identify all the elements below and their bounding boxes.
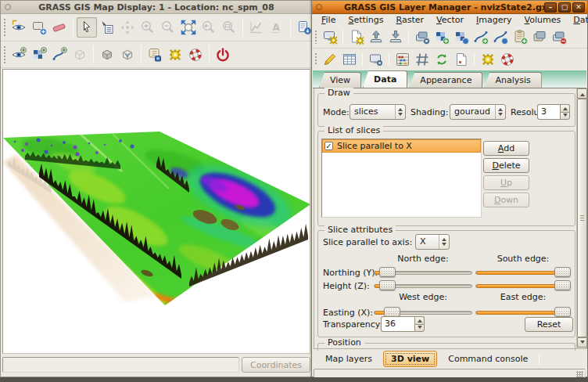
fringe-icon[interactable] xyxy=(117,45,138,65)
settings-icon[interactable] xyxy=(478,50,497,69)
zoom-out-icon xyxy=(158,17,178,38)
script-icon[interactable] xyxy=(451,50,471,69)
help-icon[interactable] xyxy=(497,50,517,69)
map-display-icon[interactable] xyxy=(366,50,385,69)
slider-handle[interactable] xyxy=(554,280,571,290)
transparency-spin[interactable]: 36 xyxy=(381,316,425,332)
close-button[interactable]: ✕ xyxy=(572,2,585,13)
slice-list-item[interactable]: ✓Slice parallel to X xyxy=(322,139,481,153)
scroll-down-icon[interactable] xyxy=(577,337,587,348)
panel-scrollbar[interactable] xyxy=(576,88,586,348)
bottom-tab-map-layers[interactable]: Map layers xyxy=(317,351,380,367)
toolbar-separator xyxy=(290,18,291,37)
mode-combo[interactable]: slices xyxy=(350,104,406,120)
slice-item-label: Slice parallel to X xyxy=(337,141,412,151)
toolbar-grip[interactable] xyxy=(3,18,7,37)
item-checkbox[interactable]: ✓ xyxy=(324,142,333,150)
scrollbar-thumb[interactable] xyxy=(577,99,587,337)
surface-icon[interactable] xyxy=(29,45,49,65)
minimize-button[interactable]: – xyxy=(544,2,557,13)
georectifier-icon[interactable] xyxy=(412,50,432,69)
mode-value: slices xyxy=(350,105,395,119)
start-display-icon[interactable] xyxy=(320,27,339,46)
menu-database[interactable]: Database xyxy=(567,15,588,25)
add-multiple-layers-icon[interactable] xyxy=(412,27,432,46)
spin-buttons[interactable] xyxy=(560,104,570,120)
map-3d-canvas[interactable] xyxy=(2,69,310,354)
statusbar-entry[interactable] xyxy=(2,357,239,373)
remove-layer-icon[interactable] xyxy=(549,27,568,46)
add-raster-misc-icon[interactable] xyxy=(451,27,471,46)
scroll-up-icon[interactable] xyxy=(577,88,587,99)
open-workspace-icon[interactable] xyxy=(366,27,385,46)
nviz-script-icon[interactable] xyxy=(145,45,165,65)
shading-label: Shading: xyxy=(411,107,448,117)
map-display-titlebar[interactable]: GRASS GIS Map Display: 1 - Location: nc_… xyxy=(1,1,312,14)
toolbar-grip[interactable] xyxy=(3,45,7,63)
slider-row-label: Northing (Y): xyxy=(323,268,378,278)
bottom-tab-3d-view[interactable]: 3D view xyxy=(383,351,437,367)
add-button[interactable]: Add xyxy=(483,141,529,156)
edit-vector-icon[interactable] xyxy=(320,50,339,69)
nviz-help-icon[interactable] xyxy=(185,45,206,65)
add-raster-icon[interactable] xyxy=(432,27,451,46)
menu-imagery[interactable]: Imagery xyxy=(470,15,518,25)
toolbar-grip[interactable] xyxy=(314,30,318,44)
transparency-value[interactable]: 36 xyxy=(381,316,414,332)
show-display-icon[interactable] xyxy=(9,17,29,38)
slider-handle[interactable] xyxy=(379,280,396,290)
menu-settings[interactable]: Settings xyxy=(342,15,389,25)
quit-3d-icon[interactable] xyxy=(213,45,233,65)
pointer-icon[interactable] xyxy=(77,17,97,38)
coordinates-combo[interactable]: Coordinates xyxy=(242,357,310,373)
menu-raster[interactable]: Raster xyxy=(390,15,430,25)
tab-view[interactable]: View xyxy=(319,72,361,88)
attribute-table-icon[interactable] xyxy=(339,50,359,69)
height-second-slider[interactable] xyxy=(475,279,571,293)
vector-icon[interactable] xyxy=(49,45,70,65)
save-workspace-icon[interactable] xyxy=(385,27,405,46)
zoom-extent-icon[interactable] xyxy=(178,17,199,38)
graphical-modeler-icon[interactable] xyxy=(432,50,451,69)
northing-second-slider[interactable] xyxy=(475,266,571,279)
map-display-title: GRASS GIS Map Display: 1 - Location: nc_… xyxy=(38,2,274,13)
slices-listbox[interactable]: ✓Slice parallel to X xyxy=(321,139,482,218)
view-rotate-icon[interactable] xyxy=(9,45,29,65)
new-workspace-icon[interactable] xyxy=(346,27,366,46)
render-map-icon[interactable] xyxy=(29,17,49,38)
tab-analysis[interactable]: Analysis xyxy=(484,72,541,88)
height-first-slider[interactable] xyxy=(374,279,472,293)
window-menu-icon[interactable] xyxy=(5,4,11,10)
reset-button[interactable]: Reset xyxy=(525,317,573,332)
raster-calculator-icon[interactable] xyxy=(393,50,412,69)
northing-first-slider[interactable] xyxy=(374,266,472,279)
add-vector-misc-icon[interactable] xyxy=(490,27,510,46)
menu-file[interactable]: File xyxy=(315,15,342,25)
resolution-value[interactable]: 3 xyxy=(537,104,560,120)
tab-data[interactable]: Data xyxy=(363,70,407,88)
add-group-icon[interactable] xyxy=(510,27,529,46)
layer-manager-titlebar[interactable]: GRASS GIS Layer Manager - nvizState2.gxw… xyxy=(312,1,587,14)
menu-vector[interactable]: Vector xyxy=(430,15,470,25)
resolution-spin[interactable]: 3 xyxy=(537,104,570,120)
axis-combo[interactable]: X xyxy=(415,234,450,250)
shading-combo[interactable]: gouraud xyxy=(450,104,506,120)
tab-appearance[interactable]: Appearance xyxy=(409,72,482,88)
add-overlay-icon[interactable] xyxy=(529,27,549,46)
maximize-button[interactable]: ▢ xyxy=(558,2,571,13)
delete-button[interactable]: Delete xyxy=(483,158,529,173)
window-menu-icon[interactable] xyxy=(316,4,322,10)
menu-volumes[interactable]: Volumes xyxy=(518,15,568,25)
erase-display-icon[interactable] xyxy=(49,17,70,38)
slider-handle[interactable] xyxy=(379,267,396,277)
toolbar-grip[interactable] xyxy=(314,52,318,66)
bottom-tab-command-console[interactable]: Command console xyxy=(440,351,536,367)
spin-buttons[interactable] xyxy=(414,316,425,332)
lighting-icon[interactable] xyxy=(97,45,117,65)
mode-label: Mode: xyxy=(323,107,350,117)
query-icon[interactable] xyxy=(97,17,117,38)
nviz-settings-icon[interactable] xyxy=(165,45,185,65)
slider-handle[interactable] xyxy=(554,307,571,317)
add-vector-icon[interactable] xyxy=(471,27,490,46)
slider-handle[interactable] xyxy=(554,267,571,277)
